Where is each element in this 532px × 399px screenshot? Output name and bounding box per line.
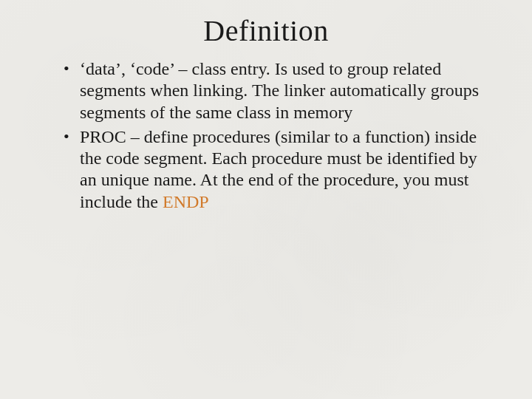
bullet-list: ‘data’, ‘code’ – class entry. Is used to… (44, 58, 488, 213)
bullet-text: ‘data’, ‘code’ – class entry. Is used to… (80, 59, 479, 122)
highlight-text: ENDP (163, 192, 209, 211)
list-item: PROC – define procedures (similar to a f… (64, 126, 480, 213)
bullet-text: PROC – define procedures (similar to a f… (80, 127, 477, 211)
slide-title: Definition (44, 13, 488, 48)
list-item: ‘data’, ‘code’ – class entry. Is used to… (64, 58, 480, 123)
slide: Definition ‘data’, ‘code’ – class entry.… (0, 0, 532, 399)
